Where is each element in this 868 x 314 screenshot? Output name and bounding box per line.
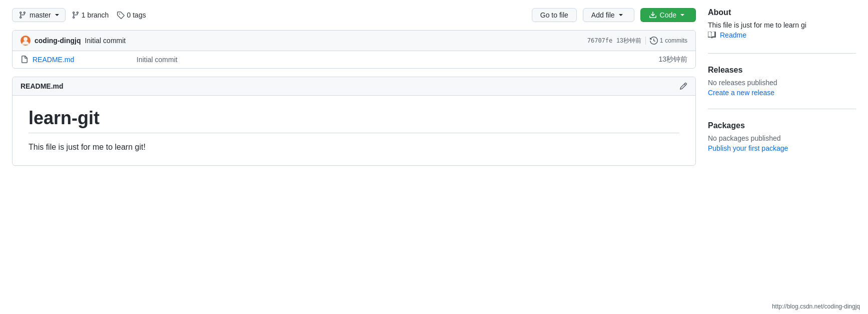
branch-tag-group: 1 branch 0 tags [72, 11, 146, 19]
readme-link[interactable]: Readme [720, 31, 746, 39]
tag-text: tags [133, 11, 146, 19]
commits-label: commits [665, 37, 687, 44]
readme-paragraph: This file is just for me to learn git! [29, 141, 679, 153]
create-release-link[interactable]: Create a new release [708, 89, 856, 97]
main-content: master 1 branch 0 tags [12, 8, 696, 176]
code-chevron [680, 14, 684, 16]
download-icon [649, 11, 657, 19]
add-file-chevron [619, 14, 623, 16]
git-branch-icon [19, 11, 27, 19]
readme-title: README.md [21, 82, 64, 90]
file-icon [21, 56, 29, 64]
releases-section: Releases No releases published Create a … [708, 66, 856, 109]
releases-heading: Releases [708, 66, 856, 75]
file-commit-msg: Initial commit [137, 56, 654, 64]
history-icon [650, 37, 658, 45]
about-section: About This file is just for me to learn … [708, 8, 856, 54]
code-button[interactable]: Code [640, 8, 696, 22]
sidebar: About This file is just for me to learn … [708, 8, 856, 176]
publish-package-link[interactable]: Publish your first package [708, 144, 856, 152]
commit-hash: 76707fe [587, 37, 613, 44]
avatar-icon [21, 36, 31, 46]
commits-link[interactable]: 1 commits [645, 37, 687, 45]
toolbar: master 1 branch 0 tags [12, 8, 696, 22]
file-name-link[interactable]: README.md [33, 56, 133, 64]
branch-count: 1 [82, 11, 86, 19]
add-file-button[interactable]: Add file [583, 8, 634, 22]
no-packages-text: No packages published [708, 134, 856, 142]
file-time: 13秒钟前 [658, 55, 687, 64]
tag-icon [117, 11, 125, 19]
about-description: This file is just for me to learn gi [708, 21, 856, 29]
edit-readme-button[interactable] [679, 82, 687, 90]
branch-text: branch [88, 11, 109, 19]
branch-selector-button[interactable]: master [12, 8, 66, 22]
go-to-file-button[interactable]: Go to file [532, 8, 577, 22]
book-icon [708, 31, 716, 39]
commit-time: 13秒钟前 [616, 37, 641, 45]
readme-row: Readme [708, 31, 856, 39]
commits-count: 1 [660, 37, 663, 44]
readme-heading: learn-git [29, 108, 679, 133]
pencil-icon [679, 82, 687, 90]
table-row: README.md Initial commit 13秒钟前 [13, 51, 695, 68]
readme-section: README.md learn-git This file is just fo… [12, 77, 696, 166]
readme-header: README.md [13, 77, 695, 96]
about-heading: About [708, 8, 856, 17]
branch-count-icon [72, 11, 80, 19]
packages-heading: Packages [708, 121, 856, 130]
file-table: coding-dingjq Initial commit 76707fe 13秒… [12, 30, 696, 69]
svg-point-0 [24, 37, 28, 41]
no-releases-text: No releases published [708, 79, 856, 87]
branch-name: master [30, 11, 51, 19]
packages-section: Packages No packages published Publish y… [708, 121, 856, 164]
commit-meta: 76707fe 13秒钟前 1 commits [587, 37, 687, 45]
tags-link[interactable]: 0 tags [117, 11, 146, 19]
author-avatar [21, 36, 31, 46]
branches-link[interactable]: 1 branch [72, 11, 109, 19]
readme-body: learn-git This file is just for me to le… [13, 96, 695, 165]
commit-header: coding-dingjq Initial commit 76707fe 13秒… [13, 31, 695, 51]
tag-count: 0 [127, 11, 131, 19]
commit-author-name[interactable]: coding-dingjq [35, 37, 81, 45]
chevron-down-icon [55, 14, 59, 16]
commit-message-text: Initial commit [85, 37, 126, 45]
